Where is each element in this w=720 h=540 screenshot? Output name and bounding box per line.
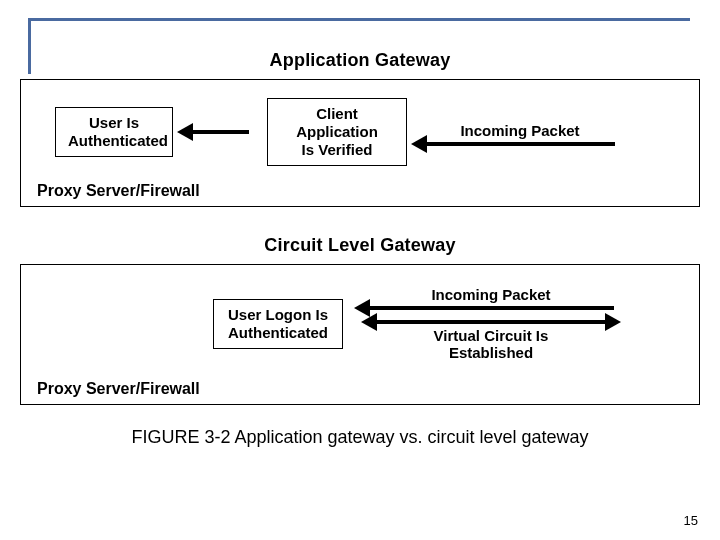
label-incoming-2: Incoming Packet bbox=[431, 286, 550, 303]
arrow-virtual-circuit: Virtual Circuit IsEstablished bbox=[361, 320, 621, 364]
diagram1-row: User IsAuthenticated Client ApplicationI… bbox=[37, 98, 683, 166]
header-rule-h bbox=[28, 18, 690, 21]
arrow-incoming-1-line bbox=[425, 142, 615, 146]
arrow-virtual-circuit-line bbox=[375, 320, 607, 324]
node-user-auth: User IsAuthenticated bbox=[55, 107, 173, 157]
node-client-verified: Client ApplicationIs Verified bbox=[267, 98, 407, 166]
label-incoming-1: Incoming Packet bbox=[460, 122, 579, 139]
arrow-incoming-2-line bbox=[368, 306, 614, 310]
arrow-stack: Incoming Packet Virtual Circuit IsEstabl… bbox=[361, 283, 621, 364]
diagram2-row: User Logon IsAuthenticated Incoming Pack… bbox=[37, 283, 683, 364]
label-virtual-circuit: Virtual Circuit IsEstablished bbox=[434, 327, 549, 361]
proxy-label-2: Proxy Server/Firewall bbox=[37, 380, 683, 398]
diagram-content: Application Gateway User IsAuthenticated… bbox=[20, 50, 700, 448]
diagram1-title: Application Gateway bbox=[20, 50, 700, 71]
arrow-incoming-1: Incoming Packet bbox=[425, 119, 615, 146]
arrow-user-client bbox=[191, 130, 249, 134]
diagram2-title: Circuit Level Gateway bbox=[20, 235, 700, 256]
figure-caption: FIGURE 3-2 Application gateway vs. circu… bbox=[20, 427, 700, 448]
page-number: 15 bbox=[684, 513, 698, 528]
diagram2-panel: User Logon IsAuthenticated Incoming Pack… bbox=[20, 264, 700, 405]
node-user-logon: User Logon IsAuthenticated bbox=[213, 299, 343, 349]
diagram1-panel: User IsAuthenticated Client ApplicationI… bbox=[20, 79, 700, 207]
arrow-incoming-2: Incoming Packet bbox=[361, 283, 621, 310]
proxy-label-1: Proxy Server/Firewall bbox=[37, 182, 683, 200]
